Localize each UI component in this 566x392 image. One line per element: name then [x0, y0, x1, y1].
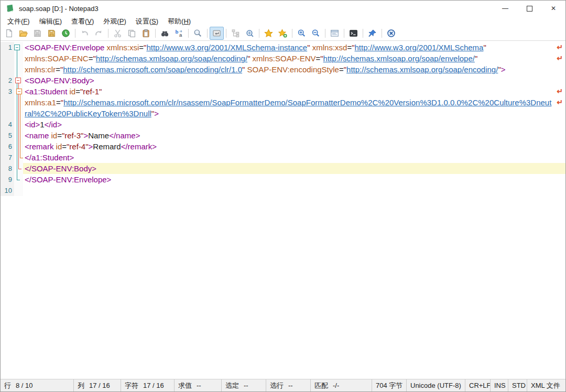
code-row: 9</SOAP-ENV:Envelope>	[1, 174, 565, 185]
menu-item-p[interactable]: 外观(P)	[99, 16, 130, 26]
menu-item-h[interactable]: 帮助(H)	[163, 16, 195, 26]
wrap-marker-icon: ↵	[557, 42, 563, 53]
zoom-in-button[interactable]	[295, 27, 309, 40]
maximize-icon	[527, 6, 532, 12]
line-number: 1	[1, 42, 14, 53]
status-matches[interactable]: 匹配-/-	[311, 379, 372, 391]
fold-margin	[14, 185, 23, 196]
status-line[interactable]: 行8 / 10	[1, 379, 74, 391]
line-number	[1, 97, 14, 108]
save-as-button[interactable]	[45, 27, 59, 40]
svg-text:a: a	[179, 32, 182, 38]
fold-margin	[14, 174, 23, 185]
line-number	[1, 64, 14, 75]
fold-margin	[14, 97, 23, 108]
code-text: xmlns:SOAP-ENC="http://schemas.xmlsoap.o…	[23, 53, 565, 64]
toolbar-separator	[344, 29, 344, 38]
recent-files-icon	[61, 29, 70, 38]
svg-text:b: b	[176, 29, 179, 35]
code-text: </a1:Student>	[23, 152, 565, 163]
toolbar-separator	[259, 29, 259, 38]
toolbar-separator	[292, 29, 292, 38]
execute-console-icon	[349, 29, 358, 38]
status-chars[interactable]: 字符17 / 16	[121, 379, 175, 391]
code-text: </SOAP-ENV:Body>	[23, 163, 565, 174]
status-insert-mode[interactable]: INS	[491, 379, 508, 391]
paste-button[interactable]	[139, 27, 153, 40]
copy-button[interactable]	[125, 27, 139, 40]
fold-toggle[interactable]	[15, 78, 21, 83]
status-file-size[interactable]: 704 字节	[372, 379, 407, 391]
recent-files-button[interactable]	[59, 27, 73, 40]
code-row: xmlns:clr="http://schemas.microsoft.com/…	[1, 64, 565, 75]
execute-console-button[interactable]	[346, 27, 361, 40]
status-eol[interactable]: CR+LF	[465, 379, 491, 391]
zoom-view-icon	[193, 29, 202, 38]
menu-item-f[interactable]: 文件(F)	[3, 16, 35, 26]
status-encoding[interactable]: Unicode (UTF-8)	[407, 379, 465, 391]
window-title: soap.soap [D:] - Notepad3	[19, 5, 99, 13]
editor-area[interactable]: 1<SOAP-ENV:Envelope xmlns:xsi="http://ww…	[1, 41, 565, 379]
status-file-type[interactable]: XML 文件	[527, 379, 565, 391]
code-text: ral%2C%20PublicKeyToken%3Dnull">	[23, 108, 565, 119]
open-file-button[interactable]	[16, 27, 30, 40]
zoom-in-icon	[297, 29, 306, 38]
status-selection[interactable]: 选定--	[222, 379, 266, 391]
close-button[interactable]: ✕	[541, 1, 565, 16]
new-file-button[interactable]	[2, 27, 16, 40]
code-row: 10	[1, 185, 565, 196]
maximize-button[interactable]	[517, 1, 541, 16]
toolbar-separator	[188, 29, 189, 38]
status-bar: 行8 / 10列17 / 16字符17 / 16求值--选定--选行--匹配-/…	[1, 379, 565, 391]
line-number: 7	[1, 152, 14, 163]
paste-icon	[142, 29, 150, 38]
fold-toggle[interactable]	[14, 45, 20, 50]
menu-item-v[interactable]: 查看(V)	[67, 16, 99, 26]
open-file-icon	[19, 29, 28, 38]
fold-toggle[interactable]	[16, 89, 22, 94]
status-column[interactable]: 列17 / 16	[74, 379, 121, 391]
find-button[interactable]	[158, 27, 172, 40]
status-mode-std[interactable]: STD	[508, 379, 527, 391]
line-number: 8	[1, 163, 14, 174]
line-number: 10	[1, 185, 14, 196]
save-icon	[33, 29, 42, 38]
undo-button	[78, 27, 92, 40]
menu-item-s[interactable]: 设置(S)	[131, 16, 163, 26]
exit-button[interactable]	[384, 27, 398, 40]
find-icon	[160, 29, 169, 38]
line-number: 2	[1, 75, 14, 86]
add-favorite-button[interactable]	[276, 27, 290, 40]
menu-item-e[interactable]: 编辑(E)	[35, 16, 67, 26]
code-text: <id>1</id>	[23, 119, 565, 130]
line-number	[1, 108, 14, 119]
status-eval[interactable]: 求值--	[175, 379, 222, 391]
notepad3-app-icon	[5, 4, 15, 13]
settings-file-button[interactable]	[328, 27, 342, 40]
word-wrap-icon	[212, 29, 221, 38]
save-button	[30, 27, 45, 40]
code-row: 7</a1:Student>	[1, 152, 565, 163]
code-row: 6<remark id="ref-4">Remard</remark>	[1, 141, 565, 152]
zoom-reset-button[interactable]	[243, 27, 257, 40]
fold-margin	[14, 163, 23, 174]
toolbar-separator	[325, 29, 325, 38]
pin-button[interactable]	[365, 27, 379, 40]
replace-button[interactable]: ba	[172, 27, 186, 40]
line-number: 9	[1, 174, 14, 185]
fold-margin	[14, 152, 23, 163]
toolbar-separator	[155, 29, 156, 38]
code-row: 2<SOAP-ENV:Body>	[1, 75, 565, 86]
minimize-button[interactable]: —	[493, 1, 517, 16]
zoom-view-button[interactable]	[191, 27, 205, 40]
word-wrap-button[interactable]	[210, 27, 224, 40]
code-text: <a1:Student id="ref-1"↵	[23, 86, 565, 97]
zoom-out-button[interactable]	[309, 27, 323, 40]
favorites-icon	[264, 29, 273, 38]
status-sel-lines[interactable]: 选行--	[266, 379, 311, 391]
favorites-button[interactable]	[262, 27, 276, 40]
toolbar-separator	[207, 29, 208, 38]
cut-button	[111, 27, 125, 40]
code-text: xmlns:clr="http://schemas.microsoft.com/…	[23, 64, 565, 75]
wrap-marker-icon: ↵	[557, 86, 563, 97]
